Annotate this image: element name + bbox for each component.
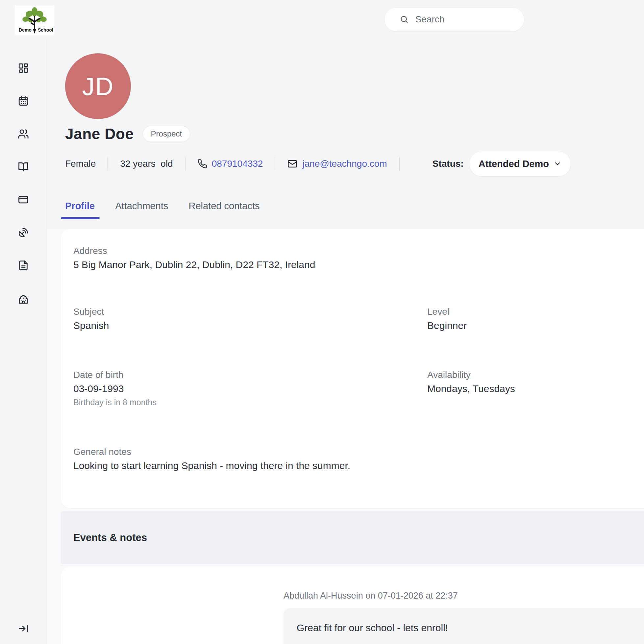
mail-icon <box>287 159 298 169</box>
dashboard-icon <box>18 62 29 74</box>
events-notes-header: Events & notes <box>61 511 644 564</box>
calendar-icon <box>18 95 29 107</box>
top-bar: Demo School <box>0 0 644 39</box>
dob-value: 03-09-1993 <box>73 383 157 394</box>
status-group: Status: Attended Demo <box>433 151 571 177</box>
logo-word-right: School <box>38 27 53 33</box>
dob-note: Birthday is in 8 months <box>73 398 157 407</box>
school-logo: Demo School <box>15 6 54 35</box>
divider <box>275 157 275 171</box>
note-bubble: Great fit for our school - lets enroll! <box>284 608 644 644</box>
level-field: Level Beginner <box>427 307 467 331</box>
email-group: jane@teachngo.com <box>287 159 387 169</box>
availability-value: Mondays, Tuesdays <box>427 383 515 394</box>
sidebar-item-school[interactable] <box>16 292 31 306</box>
level-value: Beginner <box>427 320 467 331</box>
address-label: Address <box>73 246 315 256</box>
divider <box>185 157 186 171</box>
general-notes-label: General notes <box>73 447 350 457</box>
sidebar-item-calendar[interactable] <box>16 94 31 108</box>
status-label: Status: <box>433 159 464 169</box>
sidebar-item-contacts[interactable] <box>16 127 31 141</box>
note-author-line: Abdullah Al-Hussein on 07-01-2026 at 22:… <box>284 591 458 601</box>
credit-card-icon <box>18 194 29 205</box>
file-text-icon <box>18 260 29 271</box>
divider <box>399 157 400 171</box>
address-value: 5 Big Manor Park, Dublin 22, Dublin, D22… <box>73 259 315 270</box>
chevron-down-icon <box>554 160 561 168</box>
status-badge: Prospect <box>142 126 191 142</box>
logo-word-left: Demo <box>19 27 32 33</box>
availability-field: Availability Mondays, Tuesdays <box>427 370 515 394</box>
search-icon <box>400 14 409 25</box>
sidebar-collapse-button[interactable] <box>16 621 31 636</box>
avatar: JD <box>65 53 131 119</box>
subject-value: Spanish <box>73 320 109 331</box>
tab-related-contacts[interactable]: Related contacts <box>188 201 260 211</box>
subject-field: Subject Spanish <box>73 307 109 331</box>
sidebar-item-marketing[interactable] <box>16 225 31 240</box>
tab-attachments[interactable]: Attachments <box>115 201 168 211</box>
sidebar-item-courses[interactable] <box>16 160 31 174</box>
note-text: Great fit for our school - lets enroll! <box>297 622 644 633</box>
email-link[interactable]: jane@teachngo.com <box>302 159 387 169</box>
satellite-dish-icon <box>18 227 29 238</box>
subject-label: Subject <box>73 307 109 317</box>
events-notes-heading: Events & notes <box>73 532 147 544</box>
avatar-initials: JD <box>82 72 114 101</box>
address-field: Address 5 Big Manor Park, Dublin 22, Dub… <box>73 246 315 270</box>
users-icon <box>18 128 29 139</box>
phone-group: 0879104332 <box>197 159 263 169</box>
phone-icon <box>197 159 207 169</box>
dob-field: Date of birth 03-09-1993 Birthday is in … <box>73 370 157 407</box>
name-row: Jane Doe Prospect <box>65 125 190 143</box>
gender-value: Female <box>65 159 96 169</box>
divider <box>108 157 108 171</box>
phone-link[interactable]: 0879104332 <box>212 159 263 169</box>
general-notes-value: Looking to start learning Spanish - movi… <box>73 460 350 471</box>
tab-profile[interactable]: Profile <box>65 201 95 211</box>
level-label: Level <box>427 307 467 317</box>
search-input[interactable] <box>415 14 515 25</box>
sidebar-item-payments[interactable] <box>16 192 31 207</box>
page-title: Jane Doe <box>65 125 134 143</box>
arrow-right-to-line-icon <box>18 623 29 634</box>
status-dropdown[interactable]: Attended Demo <box>469 151 571 177</box>
sidebar-item-documents[interactable] <box>16 258 31 273</box>
status-dropdown-value: Attended Demo <box>479 159 549 169</box>
tree-logo-icon: Demo School <box>16 7 53 34</box>
book-open-icon <box>18 161 29 172</box>
availability-label: Availability <box>427 370 515 380</box>
age-value: 32 years old <box>120 159 173 169</box>
sidebar <box>0 39 46 644</box>
tab-bar: Profile Attachments Related contacts <box>65 201 260 211</box>
search-bar[interactable] <box>384 7 524 32</box>
contact-details-row: Female 32 years old 0879104332 jane@teac… <box>65 150 644 178</box>
profile-card: Address 5 Big Manor Park, Dublin 22, Dub… <box>61 229 644 508</box>
active-tab-underline <box>61 217 100 219</box>
school-icon <box>17 293 29 305</box>
dob-label: Date of birth <box>73 370 157 380</box>
general-notes-field: General notes Looking to start learning … <box>73 447 350 471</box>
sidebar-item-dashboard[interactable] <box>16 61 31 75</box>
